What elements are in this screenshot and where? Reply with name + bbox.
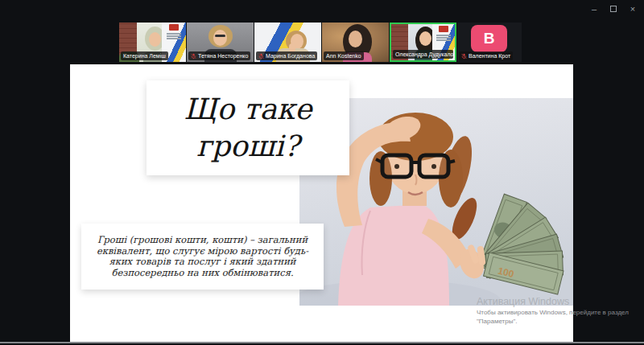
presentation-slide: 100 Що таке гроші? Гроші (грошові кошти,… [70,64,573,343]
slide-body-box: Гроші (грошові кошти, кошти) – загальний… [81,224,324,290]
participant-name-label: Тетяна Несторенко [188,51,250,60]
participant-name-label: Ann Kostenko [324,51,364,60]
participant-tile[interactable]: Катерина Леміш [119,23,186,62]
participant-name-label: Катерина Леміш [121,51,168,60]
participant-name: Олександра Дудукалова [395,51,453,58]
glasses [215,35,225,37]
slide-title-box: Що таке гроші? [147,80,349,175]
muted-mic-icon [461,53,467,60]
minimize-icon[interactable]: – [589,4,599,14]
slide-body-text: Гроші (грошові кошти, кошти) – загальний… [81,232,324,281]
participant-tile[interactable]: Ann Kostenko [322,23,389,62]
participant-name: Марина Богданова [266,52,315,60]
participant-tile-active-speaker[interactable]: Олександра Дудукалова [390,23,456,62]
window-bottom-edge [0,342,644,343]
avatar: В [471,25,507,52]
app-window: – × Катерина Леміш [0,0,644,345]
participant-name-label: Олександра Дудукалова [393,50,453,59]
participant-tile[interactable]: Тетяна Несторенко [187,23,254,62]
banner-text-lines [167,33,181,40]
restore-icon[interactable] [610,6,617,12]
participant-face [419,31,431,46]
conference-logo [439,26,448,32]
muted-mic-icon [258,53,264,60]
participant-name: Ann Kostenko [326,52,361,60]
participants-strip: Катерина Леміш Тетяна Несторенко Марина … [119,23,522,62]
participant-face [149,32,161,47]
participant-tile-no-video[interactable]: В Валентина Крот [457,23,522,62]
slide-title-line2: гроші? [147,128,349,165]
conference-logo [169,24,179,31]
slide-title-line1: Що таке [147,91,349,128]
titlebar-controls: – × [589,3,638,14]
muted-mic-icon [191,53,196,60]
participant-name-label: Валентина Крот [459,51,513,60]
participant-name: Катерина Леміш [123,52,166,60]
participant-tile[interactable]: Марина Богданова [254,23,321,62]
avatar-initial: В [484,30,495,47]
participant-name-label: Марина Богданова [256,51,317,60]
participant-name: Тетяна Несторенко [198,52,248,60]
participant-face [213,30,227,46]
banner-text-lines [436,35,451,42]
participant-face [349,31,362,47]
participant-name: Валентина Крот [469,52,510,60]
close-icon[interactable]: × [628,4,638,14]
